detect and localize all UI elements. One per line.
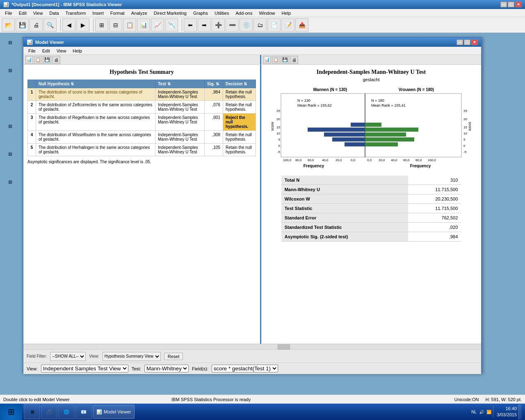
taskbar-icon-2[interactable]: 🎵 bbox=[41, 404, 57, 419]
menu-utilities[interactable]: Utilities bbox=[211, 10, 232, 16]
table-row[interactable]: 1The distribution of score is the same a… bbox=[28, 88, 256, 101]
right-panel: Independent-Samples Mann-Whitney U Test … bbox=[261, 65, 481, 344]
test-select[interactable]: Mann-Whitney bbox=[144, 365, 189, 372]
field-filter-select[interactable]: --SHOW ALL-- bbox=[50, 352, 86, 361]
tb-btn-6[interactable]: 📊 bbox=[137, 18, 150, 32]
svg-text:100,0: 100,0 bbox=[283, 158, 292, 162]
svg-text:25: 25 bbox=[463, 109, 467, 113]
menu-format[interactable]: Format bbox=[107, 10, 128, 16]
sig-cell: ,308 bbox=[205, 131, 223, 144]
mv-tb-r1[interactable]: 📊 bbox=[263, 56, 271, 64]
nav-forward[interactable]: ➡ bbox=[198, 18, 211, 32]
menu-graphs[interactable]: Graphs bbox=[190, 10, 211, 16]
tb-btn-13[interactable]: 📄 bbox=[267, 18, 281, 32]
mv-tb-r4[interactable]: 🖨 bbox=[290, 56, 298, 64]
mv-menu-file[interactable]: File bbox=[25, 48, 39, 54]
mv-close[interactable]: ✕ bbox=[471, 39, 478, 45]
col-header-decision[interactable]: Decision ⇅ bbox=[223, 80, 256, 88]
svg-text:score: score bbox=[270, 122, 274, 131]
tb-btn-9[interactable]: ➕ bbox=[212, 18, 225, 32]
menu-insert[interactable]: Insert bbox=[89, 10, 107, 16]
app-icon: 📊 bbox=[3, 2, 9, 7]
mv-maximize[interactable]: □ bbox=[464, 39, 470, 45]
tb-btn-11[interactable]: 💿 bbox=[240, 18, 253, 32]
stat-value: 11.715,500 bbox=[408, 204, 461, 213]
stat-label: Wilcoxon W bbox=[281, 194, 409, 204]
print-button[interactable]: 🖨 bbox=[30, 18, 43, 32]
menu-file[interactable]: File bbox=[2, 10, 16, 16]
svg-text:Frequency: Frequency bbox=[304, 164, 324, 168]
menu-edit[interactable]: Edit bbox=[16, 10, 30, 16]
save-button[interactable]: 💾 bbox=[16, 18, 29, 32]
start-button[interactable]: ⊞ bbox=[0, 404, 22, 420]
mv-tb-l3[interactable]: 💾 bbox=[43, 56, 51, 64]
title-bar-buttons: — □ ✕ bbox=[500, 2, 522, 7]
mv-minimize[interactable]: — bbox=[457, 39, 463, 45]
tb-btn-10[interactable]: ➖ bbox=[226, 18, 239, 32]
show-desktop-button[interactable] bbox=[518, 404, 522, 419]
tb-btn-15[interactable]: 📤 bbox=[295, 18, 308, 32]
menu-direct-marketing[interactable]: Direct Marketing bbox=[151, 10, 190, 16]
maximize-button[interactable]: □ bbox=[508, 2, 514, 7]
reset-button[interactable]: Reset bbox=[164, 353, 183, 360]
stats-row: Standard Error762,502 bbox=[281, 213, 461, 223]
minimize-button[interactable]: — bbox=[500, 2, 507, 7]
col-header-test[interactable]: Test ⇅ bbox=[155, 80, 205, 88]
col-header-null-hypothesis[interactable]: Null Hypothesis ⇅ bbox=[36, 80, 155, 88]
mv-tb-l2[interactable]: 📋 bbox=[34, 56, 42, 64]
menu-analyze[interactable]: Analyze bbox=[128, 10, 151, 16]
tb-btn-12[interactable]: 🗂 bbox=[253, 18, 267, 32]
view-select-2[interactable]: Independent Samples Test View bbox=[41, 365, 128, 372]
open-button[interactable]: 📂 bbox=[2, 18, 15, 32]
tb-btn-7[interactable]: 📈 bbox=[151, 18, 164, 32]
left-nav-panel bbox=[0, 33, 21, 395]
forward-button[interactable]: ▶ bbox=[76, 18, 89, 32]
taskbar-icon-1[interactable]: 🖥 bbox=[24, 404, 40, 419]
mv-menu-help[interactable]: Help bbox=[69, 48, 85, 54]
table-row[interactable]: 5The distribution of Herhalingen is the … bbox=[28, 144, 256, 156]
find-button[interactable]: 🔍 bbox=[43, 18, 57, 32]
table-row[interactable]: 4The distribution of Wisselfouten is the… bbox=[28, 131, 256, 144]
tb-btn-14[interactable]: 📝 bbox=[281, 18, 294, 32]
menu-transform[interactable]: Transform bbox=[62, 10, 89, 16]
svg-text:N = 130: N = 130 bbox=[297, 98, 310, 103]
mv-tb-r2[interactable]: 📋 bbox=[272, 56, 280, 64]
tb-btn-4[interactable]: ⊟ bbox=[109, 18, 122, 32]
table-row[interactable]: 3The distribution of Regelfouten is the … bbox=[28, 114, 256, 131]
table-row[interactable]: 2The distribution of Zelfcorrecties is t… bbox=[28, 101, 256, 114]
svg-text:Mean Rank = 155,41: Mean Rank = 155,41 bbox=[371, 103, 406, 107]
stats-row: Test Statistic11.715,500 bbox=[281, 204, 461, 213]
clock[interactable]: 16:40 3/03/2015 bbox=[493, 406, 517, 418]
scroll-thumb[interactable] bbox=[278, 345, 290, 349]
menu-help[interactable]: Help bbox=[278, 10, 294, 16]
stats-row: Standardized Test Statistic,020 bbox=[281, 223, 461, 232]
clock-date: 3/03/2015 bbox=[497, 412, 517, 418]
tb-btn-8[interactable]: 📉 bbox=[165, 18, 178, 32]
tb-btn-3[interactable]: ⊞ bbox=[95, 18, 108, 32]
taskbar-icon-4[interactable]: 📧 bbox=[75, 404, 92, 419]
view-select-1[interactable]: Hypothesis Summary View bbox=[103, 352, 161, 361]
mv-tb-l4[interactable]: 🖨 bbox=[52, 56, 60, 64]
mv-tb-l1[interactable]: 📊 bbox=[25, 56, 33, 64]
menu-addons[interactable]: Add-ons bbox=[232, 10, 256, 16]
back-button[interactable]: ◀ bbox=[62, 18, 75, 32]
stat-value: ,020 bbox=[408, 223, 461, 232]
mv-menu-view[interactable]: View bbox=[53, 48, 70, 54]
fields-select[interactable]: score * geslacht(Test 1) bbox=[212, 365, 278, 372]
menu-view[interactable]: View bbox=[30, 10, 46, 16]
field-filter-label: Field Filter: bbox=[27, 354, 47, 358]
taskbar-model-viewer[interactable]: 📊 Model Viewer bbox=[93, 405, 135, 419]
stats-table: Total N310Mann-Whitney U11.715,500Wilcox… bbox=[281, 176, 461, 242]
null-hypothesis-cell: The distribution of Wisselfouten is the … bbox=[36, 131, 155, 144]
nav-back[interactable]: ⬅ bbox=[184, 18, 197, 32]
stats-row: Mann-Whitney U11.715,500 bbox=[281, 185, 461, 194]
col-header-sig[interactable]: Sig. ⇅ bbox=[205, 80, 223, 88]
taskbar-icon-3[interactable]: 🌐 bbox=[58, 404, 75, 419]
menu-window[interactable]: Window bbox=[256, 10, 278, 16]
menu-data[interactable]: Data bbox=[46, 10, 62, 16]
close-button[interactable]: ✕ bbox=[515, 2, 522, 7]
tb-btn-5[interactable]: 📋 bbox=[123, 18, 136, 32]
mv-tb-r3[interactable]: 💾 bbox=[281, 56, 289, 64]
h-scrollbar[interactable] bbox=[23, 344, 481, 349]
mv-menu-edit[interactable]: Edit bbox=[39, 48, 53, 54]
